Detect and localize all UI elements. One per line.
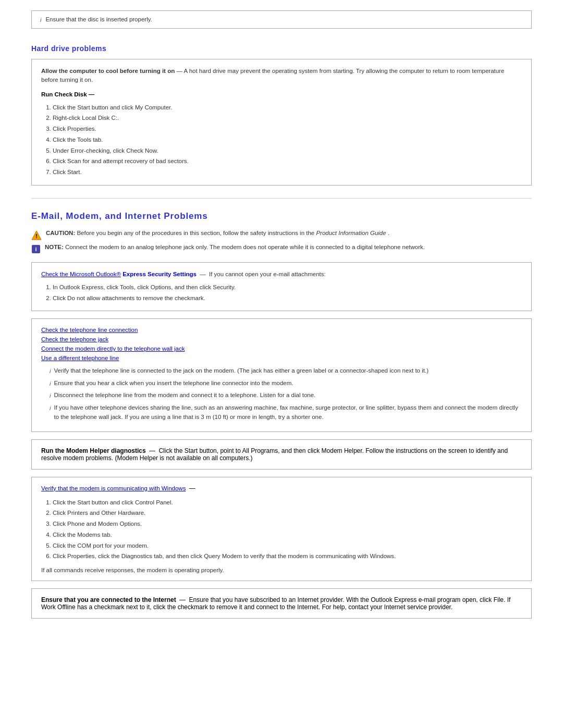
tel-diff-link[interactable]: Use a different telephone line: [41, 354, 522, 362]
step-3: Click Properties.: [53, 124, 522, 134]
caution-text: CAUTION: Before you begin any of the pro…: [46, 230, 389, 236]
step-7: Click Start.: [53, 167, 522, 178]
step-5: Under Error-checking, click Check Now.: [53, 145, 522, 156]
tel-line-link[interactable]: Check the telephone line connection: [41, 326, 522, 334]
telephone-links-box: Check the telephone line connection Chec…: [31, 318, 532, 432]
verify-step-3: Click Phone and Modem Options.: [53, 519, 522, 529]
run-modem-box: Run the Modem Helper diagnostics — Click…: [31, 439, 532, 470]
verify-modem-box: Verify that the modem is communicating w…: [31, 477, 532, 581]
email-modem-section: E-Mail, Modem, and Internet Problems ! C…: [31, 211, 532, 619]
verify-step-5: Click the COM port for your modem.: [53, 540, 522, 551]
caution-icon: !: [31, 230, 42, 241]
run-check-disk-label: Run Check Disk —: [41, 90, 522, 99]
cool-paragraph: Allow the computer to cool before turnin…: [41, 67, 522, 85]
outlook-header: Check the Microsoft Outlook® Express Sec…: [41, 270, 522, 279]
verify-step-2: Click Printers and Other Hardware.: [53, 508, 522, 519]
verify-header: Verify that the modem is communicating w…: [41, 485, 522, 492]
step-1: Click the Start button and click My Comp…: [53, 102, 522, 113]
tel-wall-link[interactable]: Connect the modem directly to the teleph…: [41, 345, 522, 352]
caution-row: ! CAUTION: Before you begin any of the p…: [31, 230, 532, 241]
svg-text:i: i: [35, 246, 36, 252]
top-section-box: Ensure that the disc is inserted properl…: [31, 10, 532, 29]
outlook-step-2: Click Do not allow attachments to remove…: [53, 293, 522, 304]
run-modem-text: Run the Modem Helper diagnostics — Click…: [41, 447, 522, 462]
disc-bullet: Ensure that the disc is inserted properl…: [40, 16, 523, 23]
tel-jack-link[interactable]: Check the telephone jack: [41, 336, 522, 343]
verify-footer: If all commands receive responses, the m…: [41, 567, 522, 573]
check-disk-steps: Click the Start button and click My Comp…: [41, 102, 522, 178]
outlook-step-1: In Outlook Express, click Tools, click O…: [53, 282, 522, 293]
outlook-steps: In Outlook Express, click Tools, click O…: [41, 282, 522, 303]
email-modem-title: E-Mail, Modem, and Internet Problems: [31, 211, 532, 221]
section-divider: [31, 198, 532, 199]
ensure-text: Ensure that you are connected to the Int…: [41, 596, 522, 611]
tel-bullet-4: If you have other telephone devices shar…: [50, 403, 522, 422]
verify-steps: Click the Start button and click Control…: [41, 497, 522, 562]
step-4: Click the Tools tab.: [53, 134, 522, 145]
hard-drive-section: Hard drive problems Allow the computer t…: [31, 44, 532, 186]
verify-step-6: Click Properties, click the Diagnostics …: [53, 551, 522, 562]
telephone-bullets: Verify that the telephone line is connec…: [41, 366, 522, 422]
outlook-box: Check the Microsoft Outlook® Express Sec…: [31, 262, 532, 312]
note-icon: i: [31, 244, 41, 254]
step-6: Click Scan for and attempt recovery of b…: [53, 156, 522, 167]
tel-bullet-3: Disconnect the telephone line from the m…: [50, 390, 522, 401]
hard-drive-title: Hard drive problems: [31, 44, 532, 53]
verify-step-4: Click the Modems tab.: [53, 529, 522, 540]
tel-bullet-1: Verify that the telephone line is connec…: [50, 366, 522, 376]
note-text: NOTE: Connect the modem to an analog tel…: [45, 244, 425, 250]
svg-text:!: !: [35, 233, 38, 239]
ensure-box: Ensure that you are connected to the Int…: [31, 588, 532, 619]
verify-step-1: Click the Start button and click Control…: [53, 497, 522, 508]
hard-drive-box: Allow the computer to cool before turnin…: [31, 59, 532, 186]
disc-text: Ensure that the disc is inserted properl…: [45, 16, 152, 23]
cool-bold: Allow the computer to cool before turnin…: [41, 68, 175, 74]
step-2: Right-click Local Disk C:.: [53, 113, 522, 124]
tel-bullet-2: Ensure that you hear a click when you in…: [50, 378, 522, 389]
note-row: i NOTE: Connect the modem to an analog t…: [31, 244, 532, 254]
